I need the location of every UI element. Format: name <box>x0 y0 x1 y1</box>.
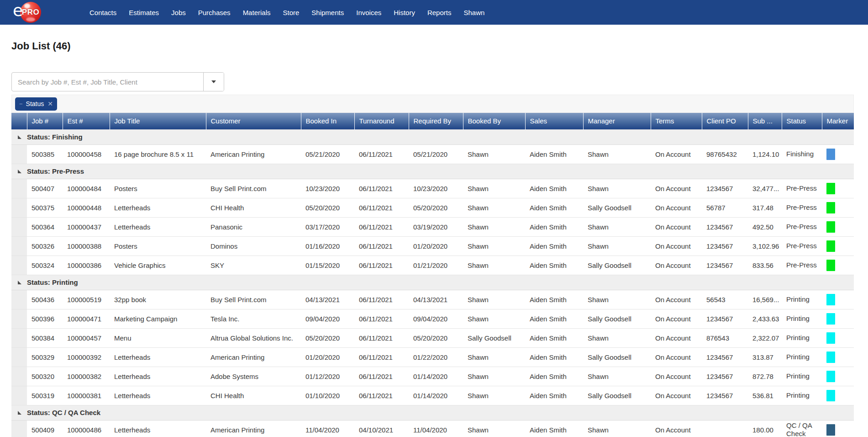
table-cell: 06/11/2021 <box>354 386 409 405</box>
table-cell: 100000381 <box>63 386 110 405</box>
column-header-customer[interactable]: Customer <box>206 113 301 129</box>
table-cell: Pre-Press <box>782 236 822 256</box>
column-header-job-title[interactable]: Job Title <box>110 113 206 129</box>
table-cell: Pre-Press <box>782 179 822 198</box>
column-header-sub[interactable]: Sub ... <box>748 113 782 129</box>
table-cell: Shawn <box>583 179 651 198</box>
table-row[interactable]: 500396100000471Marketing CampaignTesla I… <box>11 309 854 328</box>
table-cell: Shawn <box>463 236 525 256</box>
nav-item-contacts[interactable]: Contacts <box>89 9 116 16</box>
table-cell: 1234567 <box>702 386 748 405</box>
logo-red-sphere-icon: PRO <box>20 2 41 23</box>
table-cell: Aiden Smith <box>525 290 583 309</box>
column-header-client-po[interactable]: Client PO <box>702 113 748 129</box>
group-row[interactable]: Status: QC / QA Check <box>11 405 854 420</box>
table-row[interactable]: 50038510000045816 page brochure 8.5 x 11… <box>11 144 854 164</box>
group-row[interactable]: Status: Finishing <box>11 129 854 144</box>
table-cell: 100000471 <box>63 309 110 328</box>
table-cell: 500364 <box>27 217 63 236</box>
column-header-sales[interactable]: Sales <box>525 113 583 129</box>
table-cell: 01/20/2020 <box>301 347 354 367</box>
table-cell: Shawn <box>463 347 525 367</box>
column-header-manager[interactable]: Manager <box>583 113 651 129</box>
column-header-turnaround[interactable]: Turnaround <box>354 113 409 129</box>
table-cell: Aiden Smith <box>525 347 583 367</box>
table-row[interactable]: 500324100000386Vehicle GraphicsSKY01/15/… <box>11 256 854 275</box>
nav-item-store[interactable]: Store <box>283 9 299 16</box>
table-cell: 03/17/2020 <box>301 217 354 236</box>
search-input[interactable] <box>12 73 203 91</box>
marker-swatch <box>826 352 835 363</box>
table-row[interactable]: 500375100000448LetterheadsCHI Health05/2… <box>11 198 854 217</box>
collapse-group-icon[interactable] <box>18 411 21 415</box>
nav-item-history[interactable]: History <box>394 9 415 16</box>
column-header-est[interactable]: Est # <box>63 113 110 129</box>
marker-cell <box>822 217 854 236</box>
remove-group-icon[interactable]: ✕ <box>47 101 53 107</box>
nav-item-shipments[interactable]: Shipments <box>311 9 344 16</box>
nav-item-jobs[interactable]: Jobs <box>171 9 186 16</box>
table-row[interactable]: 500319100000381LetterheadsCHI Health01/1… <box>11 386 854 405</box>
page-title: Job List (46) <box>11 40 857 52</box>
epro-logo[interactable]: e PRO <box>13 1 46 23</box>
table-cell: CHI Health <box>206 198 301 217</box>
collapse-group-icon[interactable] <box>18 170 21 173</box>
table-row[interactable]: 500320100000382LetterheadsAdobe Systems0… <box>11 367 854 386</box>
table-cell: Printing <box>782 309 822 328</box>
table-cell: Shawn <box>463 217 525 236</box>
marker-swatch <box>826 260 835 271</box>
table-cell: Posters <box>110 236 206 256</box>
table-cell: On Account <box>651 256 702 275</box>
group-indent-cell <box>11 347 27 367</box>
nav-item-estimates[interactable]: Estimates <box>129 9 159 16</box>
table-cell: 06/11/2021 <box>354 328 409 347</box>
table-row[interactable]: 500407100000484PostersBuy Sell Print.com… <box>11 179 854 198</box>
nav-item-reports[interactable]: Reports <box>427 9 452 16</box>
column-header-booked-in[interactable]: Booked In <box>301 113 354 129</box>
table-cell: On Account <box>651 198 702 217</box>
table-cell: 100000519 <box>63 290 110 309</box>
nav-item-user-menu[interactable]: Shawn <box>463 9 484 16</box>
column-header-terms[interactable]: Terms <box>651 113 702 129</box>
group-chip-status[interactable]: − Status ✕ <box>15 97 57 111</box>
table-cell: Aiden Smith <box>525 420 583 437</box>
table-row[interactable]: 500384100000457MenuAltrua Global Solutio… <box>11 328 854 347</box>
table-row[interactable]: 500364100000437LetterheadsPanasonic03/17… <box>11 217 854 236</box>
column-header-job[interactable]: Job # <box>27 113 63 129</box>
table-cell: Printing <box>782 328 822 347</box>
table-cell: Menu <box>110 328 206 347</box>
nav-item-invoices[interactable]: Invoices <box>356 9 381 16</box>
table-row[interactable]: 500329100000392LetterheadsAmerican Print… <box>11 347 854 367</box>
table-cell: 06/11/2021 <box>354 144 409 164</box>
column-header-booked-by[interactable]: Booked By <box>463 113 525 129</box>
table-cell: Shawn <box>583 328 651 347</box>
nav-item-materials[interactable]: Materials <box>243 9 271 16</box>
column-header-group[interactable] <box>11 113 27 129</box>
table-cell: 32,477... <box>748 179 782 198</box>
table-cell: 98765432 <box>702 144 748 164</box>
column-header-required-by[interactable]: Required By <box>409 113 463 129</box>
column-header-marker[interactable]: Marker <box>822 113 854 129</box>
group-row[interactable]: Status: Pre-Press <box>11 164 854 179</box>
collapse-group-icon[interactable] <box>18 135 21 139</box>
search-dropdown-button[interactable] <box>203 73 224 91</box>
table-cell: Aiden Smith <box>525 367 583 386</box>
collapse-group-icon[interactable] <box>18 281 21 284</box>
nav-item-purchases[interactable]: Purchases <box>198 9 231 16</box>
table-cell: 32pp book <box>110 290 206 309</box>
table-cell: Altrua Global Solutions Inc. <box>206 328 301 347</box>
group-row[interactable]: Status: Printing <box>11 275 854 290</box>
table-row[interactable]: 50043610000051932pp bookBuy Sell Print.c… <box>11 290 854 309</box>
table-cell: 536.81 <box>748 386 782 405</box>
table-cell: Panasonic <box>206 217 301 236</box>
table-cell: Shawn <box>583 236 651 256</box>
table-cell: 1,124.10 <box>748 144 782 164</box>
table-cell: On Account <box>651 179 702 198</box>
table-cell: 10/23/2020 <box>301 179 354 198</box>
table-row[interactable]: 500326100000388PostersDominos01/16/20200… <box>11 236 854 256</box>
table-cell: 56787 <box>702 198 748 217</box>
column-header-status[interactable]: Status <box>782 113 822 129</box>
marker-cell <box>822 420 854 437</box>
table-row[interactable]: 500409100000486LetterheadsAmerican Print… <box>11 420 854 437</box>
table-cell: 500326 <box>27 236 63 256</box>
